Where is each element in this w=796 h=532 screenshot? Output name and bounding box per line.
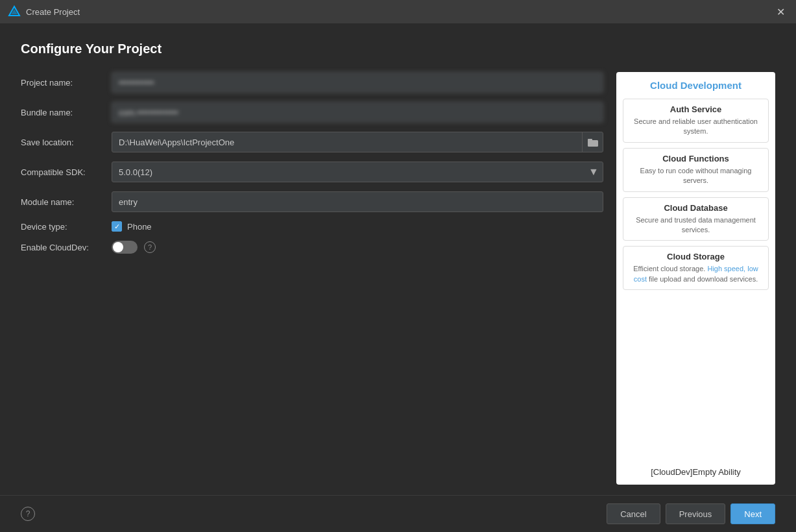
cloud-database-desc: Secure and trusted data management servi… [631,215,760,236]
bundle-name-label: Bundle name: [21,108,112,117]
cloud-functions-title: Cloud Functions [631,154,760,163]
save-location-label: Save location: [21,138,112,147]
content-area: Project name: Bundle name: Save location… [21,72,775,485]
title-bar: Create Project ✕ [0,0,796,23]
toggle-row: ? [112,241,156,254]
phone-checkbox[interactable]: ✓ [112,221,122,232]
browse-folder-button[interactable] [582,132,603,152]
dialog-body: Configure Your Project Project name: Bun… [0,23,796,495]
next-button[interactable]: Next [730,503,775,524]
clouddev-help-icon[interactable]: ? [144,241,156,253]
bottom-bar: ? Cancel Previous Next [0,495,796,532]
cloud-database-card: Cloud Database Secure and trusted data m… [623,197,769,241]
chevron-down-icon: ▼ [585,162,603,182]
cloud-functions-desc: Easy to run code without managing server… [631,166,760,186]
close-button[interactable]: ✕ [773,4,788,19]
form-area: Project name: Bundle name: Save location… [21,72,603,485]
cloud-storage-desc: Efficient cloud storage. High speed, low… [631,264,760,284]
auth-service-desc: Secure and reliable user authentication … [631,117,760,137]
module-name-label: Module name: [21,197,112,207]
compatible-sdk-row: Compatible SDK: 5.0.0(12) ▼ [21,162,603,182]
cloud-storage-title: Cloud Storage [631,252,760,261]
project-name-input[interactable] [112,72,603,93]
cloud-functions-card: Cloud Functions Easy to run code without… [623,148,769,192]
save-location-input[interactable] [112,134,582,151]
device-type-options: ✓ Phone [112,221,152,232]
device-type-row: Device type: ✓ Phone [21,221,603,232]
app-logo [8,5,21,18]
auth-service-title: Auth Service [631,104,760,114]
bundle-name-row: Bundle name: [21,102,603,123]
phone-label: Phone [127,222,152,232]
compatible-sdk-select[interactable]: 5.0.0(12) [112,162,585,182]
compatible-sdk-label: Compatible SDK: [21,167,112,177]
cloud-dev-title: Cloud Development [650,80,742,91]
page-title: Configure Your Project [21,42,775,56]
device-type-label: Device type: [21,222,112,232]
enable-clouddev-row: Enable CloudDev: ? [21,241,603,254]
cancel-button[interactable]: Cancel [607,503,660,524]
window-title: Create Project [26,7,773,17]
sdk-wrapper: 5.0.0(12) ▼ [112,162,603,182]
save-location-row: Save location: [21,132,603,152]
save-location-wrapper [112,132,603,152]
project-name-row: Project name: [21,72,603,93]
toggle-knob [113,242,123,252]
bundle-name-input[interactable] [112,102,603,123]
cloud-storage-card: Cloud Storage Efficient cloud storage. H… [623,246,769,290]
auth-service-card: Auth Service Secure and reliable user au… [623,99,769,143]
project-name-label: Project name: [21,78,112,88]
clouddev-toggle[interactable] [112,241,138,254]
enable-clouddev-label: Enable CloudDev: [21,243,112,252]
cloud-storage-highlight: High speed, low cost [634,265,758,282]
module-name-row: Module name: [21,191,603,212]
help-icon[interactable]: ? [21,507,35,521]
module-name-input[interactable] [112,191,603,212]
svg-rect-3 [588,139,592,141]
preview-panel: Cloud Development Auth Service Secure an… [616,72,775,485]
checkmark-icon: ✓ [114,223,120,230]
cloud-database-title: Cloud Database [631,203,760,213]
preview-label: [CloudDev]Empty Ability [651,462,741,477]
previous-button[interactable]: Previous [666,503,726,524]
